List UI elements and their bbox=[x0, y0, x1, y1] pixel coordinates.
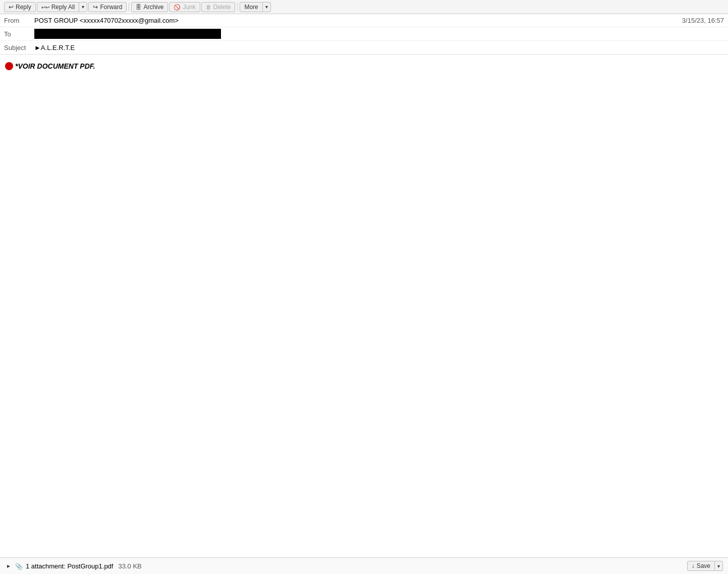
more-dropdown-button[interactable] bbox=[263, 3, 270, 11]
reply-all-label: Reply All bbox=[51, 4, 75, 11]
toolbar-separator-2 bbox=[237, 3, 238, 12]
toolbar-separator-1 bbox=[129, 3, 129, 12]
forward-button[interactable]: Forward bbox=[88, 2, 127, 12]
delete-icon bbox=[206, 4, 211, 11]
red-circle-icon bbox=[5, 62, 13, 70]
paperclip-icon bbox=[15, 562, 23, 570]
attachment-bar: 1 attachment: PostGroup1.pdf 33.0 KB Sav… bbox=[0, 557, 728, 574]
chevron-right-icon bbox=[7, 562, 10, 569]
save-button[interactable]: Save bbox=[688, 561, 715, 570]
archive-label: Archive bbox=[143, 4, 163, 11]
attachment-filename: PostGroup1.pdf bbox=[67, 562, 113, 570]
forward-label: Forward bbox=[100, 4, 122, 11]
more-button[interactable]: More bbox=[240, 3, 262, 12]
save-label: Save bbox=[697, 562, 710, 569]
toolbar-actions: Reply Reply All Forward Archive Junk bbox=[4, 2, 271, 12]
attachment-count-text: 1 attachment: bbox=[26, 562, 66, 570]
reply-all-icon bbox=[41, 4, 49, 11]
from-label: From bbox=[4, 17, 34, 24]
reply-label: Reply bbox=[16, 4, 31, 11]
save-group: Save bbox=[687, 561, 723, 571]
reply-all-button[interactable]: Reply All bbox=[37, 3, 80, 12]
chevron-down-icon bbox=[82, 4, 84, 10]
subject-label: Subject bbox=[4, 44, 34, 51]
save-chevron-icon bbox=[717, 563, 720, 569]
save-dropdown-button[interactable] bbox=[715, 562, 722, 570]
more-group: More bbox=[240, 2, 270, 12]
delete-button[interactable]: Delete bbox=[201, 2, 236, 12]
reply-all-group: Reply All bbox=[37, 2, 88, 12]
download-icon bbox=[692, 562, 695, 569]
attachment-toggle-button[interactable] bbox=[5, 561, 12, 570]
reply-icon bbox=[9, 4, 14, 11]
more-chevron-icon bbox=[265, 4, 268, 10]
attachment-count: 1 attachment: PostGroup1.pdf bbox=[26, 562, 113, 570]
archive-icon bbox=[136, 4, 141, 11]
attachment-size: 33.0 KB bbox=[118, 562, 141, 570]
reply-button[interactable]: Reply bbox=[4, 2, 36, 12]
from-row: From POST GROUP <xxxxx470702xxxxx@gmail.… bbox=[0, 14, 728, 27]
to-row: To bbox=[0, 27, 728, 41]
subject-row: Subject ►A.L.E.R.T.E bbox=[0, 41, 728, 54]
email-content: *VOIR DOCUMENT PDF. bbox=[5, 62, 723, 70]
to-value bbox=[34, 29, 221, 39]
from-value: POST GROUP <xxxxx470702xxxxx@gmail.com> bbox=[34, 17, 682, 24]
junk-icon bbox=[174, 4, 181, 11]
archive-button[interactable]: Archive bbox=[131, 2, 168, 12]
forward-icon bbox=[93, 4, 98, 11]
junk-button[interactable]: Junk bbox=[169, 2, 200, 12]
email-toolbar: Reply Reply All Forward Archive Junk bbox=[0, 0, 728, 14]
email-body-text: *VOIR DOCUMENT PDF. bbox=[15, 62, 95, 70]
more-label: More bbox=[244, 4, 258, 11]
junk-label: Junk bbox=[183, 4, 195, 11]
reply-all-dropdown-button[interactable] bbox=[79, 3, 87, 11]
email-date: 3/15/23, 16:57 bbox=[682, 17, 724, 24]
subject-value: ►A.L.E.R.T.E bbox=[34, 44, 724, 51]
attachment-info: 1 attachment: PostGroup1.pdf 33.0 KB bbox=[5, 561, 142, 570]
delete-label: Delete bbox=[213, 4, 231, 11]
email-body: *VOIR DOCUMENT PDF. bbox=[0, 55, 728, 433]
email-header: From POST GROUP <xxxxx470702xxxxx@gmail.… bbox=[0, 14, 728, 55]
to-label: To bbox=[4, 30, 34, 38]
